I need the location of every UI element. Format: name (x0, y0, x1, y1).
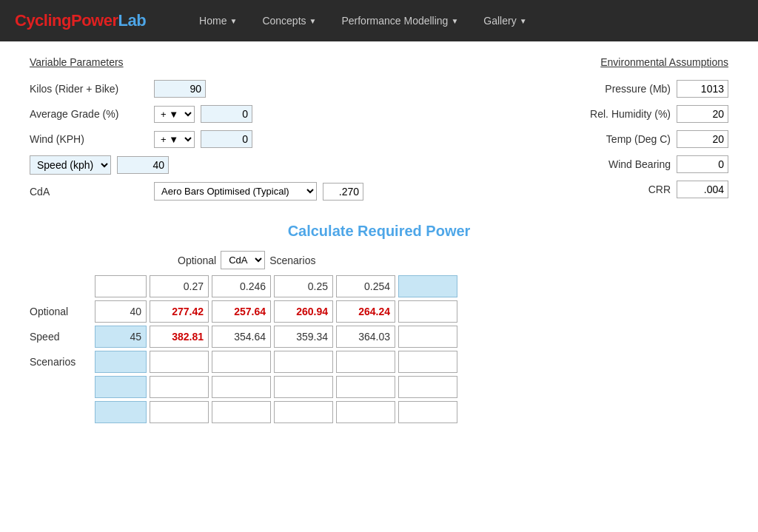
gallery-arrow-icon: ▼ (520, 17, 527, 25)
data-row-1: 277.42 257.64 260.94 264.24 (150, 300, 457, 323)
wind-input[interactable] (201, 130, 252, 148)
wind-bearing-row: Wind Bearing (394, 155, 728, 173)
cell-4-3 (336, 376, 395, 398)
header-cell-1: 0.246 (212, 275, 271, 297)
speed-cell-4 (95, 376, 147, 398)
cell-5-2 (274, 401, 333, 423)
cell-3-3 (336, 351, 395, 373)
cell-3-0 (150, 351, 209, 373)
cell-1-3: 264.24 (336, 300, 395, 323)
parameters-section: Variable Parameters Kilos (Rider + Bike)… (30, 56, 728, 208)
crr-row: CRR (394, 181, 728, 198)
crr-label: CRR (394, 183, 671, 195)
nav-performance[interactable]: Performance Modelling ▼ (332, 10, 467, 31)
nav-home[interactable]: Home ▼ (190, 10, 246, 31)
speed-input[interactable] (117, 156, 169, 174)
main-content: Variable Parameters Kilos (Rider + Bike)… (0, 41, 758, 441)
temp-row: Temp (Deg C) (394, 130, 728, 148)
performance-arrow-icon: ▼ (451, 17, 458, 25)
home-arrow-icon: ▼ (229, 17, 237, 25)
cell-4-2 (274, 376, 333, 398)
cell-2-0: 382.81 (150, 326, 209, 348)
cell-5-4 (398, 401, 457, 423)
data-row-2: 382.81 354.64 359.34 364.03 (150, 326, 457, 348)
kilos-input[interactable] (154, 80, 206, 98)
concepts-arrow-icon: ▼ (309, 17, 317, 25)
wind-plusminus-select[interactable]: + ▼- ▼ (154, 131, 195, 148)
brand-cycling: CyclingPower (15, 11, 118, 30)
speed-cell-2: 45 (95, 326, 147, 348)
speed-cell-5 (95, 401, 147, 423)
speed-cell-3 (95, 351, 147, 373)
humidity-row: Rel. Humidity (%) (394, 105, 728, 123)
nav-gallery[interactable]: Gallery ▼ (474, 10, 535, 31)
row-label-3: Scenarios (30, 351, 89, 373)
pressure-label: Pressure (Mb) (394, 83, 671, 95)
grade-label: Average Grade (%) (30, 108, 148, 120)
variable-params-col: Variable Parameters Kilos (Rider + Bike)… (30, 56, 364, 208)
cell-1-4 (398, 300, 457, 323)
wind-bearing-label: Wind Bearing (394, 158, 671, 170)
header-cell-4[interactable] (398, 275, 457, 297)
speed-type-select[interactable]: Speed (kph) Power (W) (30, 155, 111, 175)
nav-concepts[interactable]: Concepts ▼ (253, 10, 325, 31)
header-cell-3: 0.254 (336, 275, 395, 297)
cell-4-1 (212, 376, 271, 398)
speed-row: Speed (kph) Power (W) (30, 155, 364, 175)
speed-col: 40 45 (95, 275, 147, 423)
crr-input[interactable] (677, 181, 728, 198)
data-grid: 0.27 0.246 0.25 0.254 277.42 257.64 260.… (150, 275, 457, 426)
header-input-4[interactable] (403, 280, 452, 292)
header-row: 0.27 0.246 0.25 0.254 (150, 275, 457, 297)
cell-3-4 (398, 351, 457, 373)
cell-2-2: 359.34 (274, 326, 333, 348)
header-cell-0: 0.27 (150, 275, 209, 297)
grade-input[interactable] (201, 105, 252, 123)
brand-lab: Lab (118, 11, 146, 30)
nav-links: Home ▼ Concepts ▼ Performance Modelling … (190, 10, 535, 31)
data-row-5 (150, 401, 457, 423)
speed-cell-1: 40 (95, 300, 147, 323)
header-cell-2: 0.25 (274, 275, 333, 297)
optional-label: Optional (178, 255, 216, 266)
pressure-row: Pressure (Mb) (394, 80, 728, 98)
humidity-label: Rel. Humidity (%) (394, 108, 671, 120)
env-assumptions-col: Environmental Assumptions Pressure (Mb) … (394, 56, 728, 208)
wind-row: Wind (KPH) + ▼- ▼ (30, 130, 364, 148)
grade-row: Average Grade (%) + ▼- ▼ (30, 105, 364, 123)
cell-4-4 (398, 376, 457, 398)
cell-4-0 (150, 376, 209, 398)
data-row-4 (150, 376, 457, 398)
results-table-area: Optional Speed Scenarios 40 45 0.27 (30, 275, 728, 426)
row-label-4 (30, 376, 89, 398)
kilos-label: Kilos (Rider + Bike) (30, 83, 148, 95)
optional-cda-select[interactable]: CdA (221, 251, 265, 269)
pressure-input[interactable] (677, 80, 728, 98)
cell-2-1: 354.64 (212, 326, 271, 348)
cell-1-2: 260.94 (274, 300, 333, 323)
kilos-row: Kilos (Rider + Bike) (30, 80, 364, 98)
temp-input[interactable] (677, 130, 728, 148)
temp-label: Temp (Deg C) (394, 133, 671, 145)
cell-2-3: 364.03 (336, 326, 395, 348)
wind-bearing-input[interactable] (677, 155, 728, 173)
cda-value-input[interactable] (323, 183, 363, 201)
speed-header-cell (95, 275, 147, 297)
cell-5-3 (336, 401, 395, 423)
cda-preset-select[interactable]: Aero Bars Optimised (Typical) Road Bike … (154, 182, 317, 201)
optional-cda-row: Optional CdA Scenarios (30, 251, 728, 269)
cda-row: CdA Aero Bars Optimised (Typical) Road B… (30, 182, 364, 201)
brand-logo[interactable]: CyclingPowerLab (15, 11, 146, 30)
cell-5-1 (212, 401, 271, 423)
cell-3-2 (274, 351, 333, 373)
row-label-1: Optional (30, 300, 89, 323)
cda-label: CdA (30, 186, 148, 198)
humidity-input[interactable] (677, 105, 728, 123)
row-labels-col: Optional Speed Scenarios (30, 275, 89, 398)
wind-label: Wind (KPH) (30, 133, 148, 145)
calc-title: Calculate Required Power (30, 223, 728, 240)
grade-plusminus-select[interactable]: + ▼- ▼ (154, 106, 195, 123)
env-header: Environmental Assumptions (394, 56, 728, 68)
cell-1-0: 277.42 (150, 300, 209, 323)
scenarios-label: Scenarios (269, 255, 315, 266)
